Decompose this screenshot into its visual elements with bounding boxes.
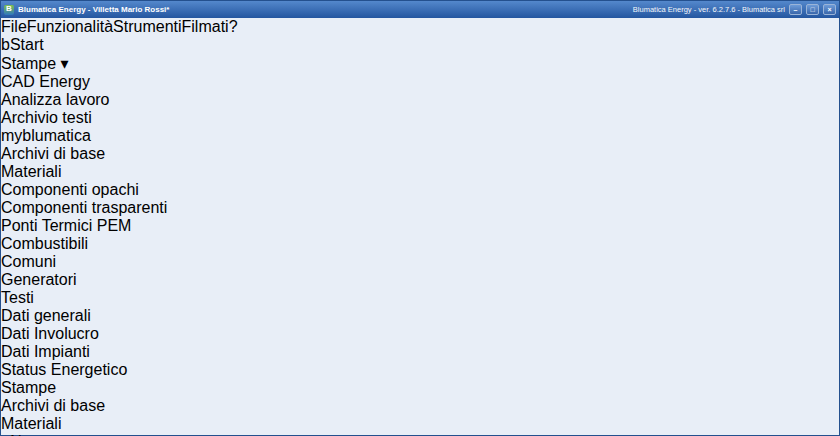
- maximize-icon[interactable]: □: [806, 4, 819, 15]
- sidebar-item-materiali[interactable]: Materiali: [1, 163, 839, 181]
- app-window: Blumatica Energy - Villetta Mario Rossi*…: [0, 0, 840, 436]
- page-title-bar: Materiali: [1, 415, 839, 433]
- sidebar-item-componenti-trasparenti[interactable]: Componenti trasparenti: [1, 199, 839, 217]
- sidebar-item-componenti-opachi[interactable]: Componenti opachi: [1, 181, 839, 199]
- brand-logo: myblumatica: [1, 127, 839, 145]
- sidebar-item-ponti-termici-pem[interactable]: Ponti Termici PEM: [1, 217, 839, 235]
- close-icon[interactable]: ×: [823, 4, 836, 15]
- menu-item[interactable]: Funzionalità: [27, 18, 113, 35]
- top-toolbar: bStart Stampe ▾ CAD Energy Analizza lavo…: [1, 36, 839, 145]
- chevron-down-icon: ▾: [61, 55, 69, 72]
- sidebar: Archivi di base Materiali Componenti opa…: [1, 145, 839, 415]
- app-icon: [4, 5, 14, 15]
- nav-status-energetico[interactable]: Status Energetico: [1, 361, 839, 379]
- cad-energy-button[interactable]: CAD Energy: [1, 73, 839, 91]
- stampe-button[interactable]: Stampe ▾: [1, 54, 839, 73]
- menu-item[interactable]: Filmati: [182, 18, 229, 35]
- sidebar-item-combustibili[interactable]: Combustibili: [1, 235, 839, 253]
- title-bar: Blumatica Energy - Villetta Mario Rossi*…: [1, 1, 839, 18]
- nav-archivi-di-base[interactable]: Archivi di base: [1, 397, 839, 415]
- version-text: Blumatica Energy - ver. 6.2.7.6 - Blumat…: [633, 5, 785, 14]
- window-title: Blumatica Energy - Villetta Mario Rossi*: [18, 5, 169, 14]
- bstart-button[interactable]: bStart: [1, 36, 839, 54]
- nav-dati-involucro[interactable]: Dati Involucro: [1, 325, 839, 343]
- menu-item[interactable]: File: [1, 18, 27, 35]
- sidebar-item-testi[interactable]: Testi: [1, 289, 839, 307]
- sidebar-item-comuni[interactable]: Comuni: [1, 253, 839, 271]
- nav-stampe[interactable]: Stampe: [1, 379, 839, 397]
- page-title: Materiali: [1, 415, 61, 432]
- sidebar-item-generatori[interactable]: Generatori: [1, 271, 839, 289]
- analizza-lavoro-button[interactable]: Analizza lavoro: [1, 91, 839, 109]
- sidebar-header: Archivi di base: [1, 145, 839, 163]
- minimize-icon[interactable]: –: [789, 4, 802, 15]
- archivio-testi-button[interactable]: Archivio testi: [1, 109, 839, 127]
- nav-dati-impianti[interactable]: Dati Impianti: [1, 343, 839, 361]
- nav-dati-generali[interactable]: Dati generali: [1, 307, 839, 325]
- menu-item[interactable]: Strumenti: [113, 18, 181, 35]
- menu-bar: FileFunzionalitàStrumentiFilmati?: [1, 18, 839, 36]
- menu-item[interactable]: ?: [229, 18, 238, 35]
